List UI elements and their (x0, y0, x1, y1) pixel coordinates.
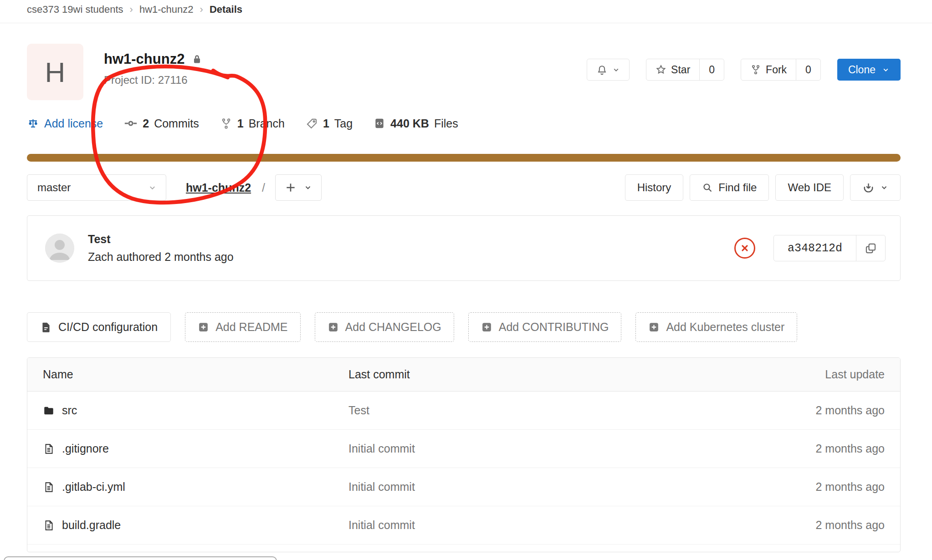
file-icon (43, 519, 55, 531)
cicd-file-icon (40, 321, 52, 333)
commit-sha: a348212d (774, 235, 856, 261)
file-name-link[interactable]: build.gradle (27, 519, 348, 532)
commits-label: Commits (154, 117, 199, 130)
gitlab-project-page: cse373 19wi students › hw1-chunz2 › Deta… (0, 0, 932, 560)
branch-icon (220, 117, 232, 130)
branch-selector[interactable]: master (27, 174, 166, 201)
download-source-dropdown[interactable] (850, 174, 901, 201)
last-commit-card: Test Zach authored 2 months ago a348212d (27, 215, 901, 281)
web-ide-label: Web IDE (788, 181, 831, 194)
folder-icon (43, 405, 55, 417)
plus-icon (285, 182, 297, 193)
star-button-group: Star 0 (646, 59, 724, 81)
tag-icon (306, 117, 318, 130)
project-id: Project ID: 27116 (104, 74, 203, 87)
last-commit-link[interactable]: Initial commit (348, 480, 763, 494)
add-kubernetes-cluster-button[interactable]: Add Kubernetes cluster (635, 312, 797, 342)
add-readme-button[interactable]: Add README (185, 312, 300, 342)
commit-author-avatar (45, 234, 74, 263)
breadcrumb: cse373 19wi students › hw1-chunz2 › Deta… (0, 0, 932, 23)
files-size-icon (374, 117, 385, 129)
project-header: H hw1-chunz2 Project ID: 27116 (27, 44, 901, 100)
clone-label: Clone (848, 64, 876, 76)
table-row[interactable]: .gitlab-ci.yml Initial commit 2 months a… (27, 468, 900, 506)
chevron-down-icon (882, 66, 890, 74)
commits-count: 2 (143, 117, 149, 130)
branches-label: Branch (249, 117, 285, 130)
notifications-button[interactable] (587, 59, 630, 81)
file-name-link[interactable]: src (27, 404, 348, 417)
last-update-time: 2 months ago (763, 480, 900, 494)
project-actions: Star 0 Fork 0 Clone (587, 59, 901, 100)
file-name-link[interactable]: .gitignore (27, 442, 348, 455)
plus-square-icon (648, 321, 660, 333)
fork-button[interactable]: Fork (741, 59, 796, 80)
fork-label: Fork (766, 64, 787, 76)
star-icon (655, 64, 666, 75)
cicd-configuration-label: CI/CD configuration (58, 321, 158, 334)
cicd-configuration-button[interactable]: CI/CD configuration (27, 312, 171, 342)
license-scale-icon (27, 117, 39, 130)
fork-count[interactable]: 0 (796, 59, 820, 80)
breadcrumb-group[interactable]: cse373 19wi students (27, 4, 123, 15)
chevron-down-icon (304, 183, 312, 192)
last-commit-link[interactable]: Test (348, 404, 763, 417)
commit-sha-group: a348212d (773, 235, 886, 261)
find-file-label: Find file (718, 181, 757, 194)
star-button[interactable]: Star (646, 59, 699, 80)
fork-icon (750, 64, 761, 75)
clone-button[interactable]: Clone (837, 59, 901, 81)
add-file-dropdown[interactable] (275, 174, 322, 201)
table-row[interactable]: build.gradle Initial commit 2 months ago (27, 506, 900, 545)
language-bar[interactable] (27, 154, 901, 162)
commit-message-link[interactable]: Test (88, 233, 234, 246)
files-stat[interactable]: 440 KB Files (374, 117, 458, 130)
project-avatar: H (27, 44, 83, 100)
add-contributing-label: Add CONTRIBUTING (499, 321, 609, 334)
commits-stat[interactable]: 2 Commits (124, 117, 199, 130)
last-update-time: 2 months ago (763, 404, 900, 417)
branch-name: master (37, 181, 71, 194)
tags-stat[interactable]: 1 Tag (306, 117, 353, 130)
breadcrumb-separator: › (200, 4, 203, 15)
file-name-link[interactable]: .gitlab-ci.yml (27, 480, 348, 494)
last-update-time: 2 months ago (763, 442, 900, 455)
add-contributing-button[interactable]: Add CONTRIBUTING (468, 312, 622, 342)
find-file-button[interactable]: Find file (690, 174, 769, 201)
last-commit-link[interactable]: Initial commit (348, 519, 763, 532)
breadcrumb-details: Details (210, 4, 242, 15)
pipeline-failed-icon[interactable] (734, 238, 755, 259)
add-license-link[interactable]: Add license (27, 117, 103, 130)
star-count[interactable]: 0 (699, 59, 724, 80)
quick-actions: CI/CD configuration Add README Add CHANG… (27, 312, 932, 342)
chevron-down-icon (880, 183, 888, 192)
table-row[interactable]: .gitignore Initial commit 2 months ago (27, 430, 900, 468)
files-count: 440 KB (390, 117, 429, 130)
last-commit-link[interactable]: Initial commit (348, 442, 763, 455)
breadcrumb-project[interactable]: hw1-chunz2 (139, 4, 194, 15)
breadcrumb-separator: › (130, 4, 133, 15)
project-title-block: hw1-chunz2 Project ID: 27116 (104, 44, 203, 100)
commit-icon (124, 117, 138, 130)
table-row[interactable]: src Test 2 months ago (27, 392, 900, 430)
copy-sha-button[interactable] (856, 235, 885, 261)
repo-path-link[interactable]: hw1-chunz2 (186, 181, 251, 194)
bottom-partial-popup (4, 556, 277, 560)
file-icon (43, 443, 55, 455)
project-identity: H hw1-chunz2 Project ID: 27116 (27, 44, 203, 100)
bell-icon (596, 64, 608, 76)
plus-square-icon (328, 321, 339, 333)
page-title: hw1-chunz2 (104, 51, 184, 67)
tags-label: Tag (334, 117, 353, 130)
history-label: History (637, 181, 671, 194)
branches-count: 1 (237, 117, 244, 130)
web-ide-button[interactable]: Web IDE (775, 174, 844, 201)
project-stats: Add license 2 Commits 1 Branch (27, 117, 932, 130)
history-button[interactable]: History (625, 174, 684, 201)
column-header-name: Name (27, 368, 348, 381)
download-icon (862, 182, 875, 194)
last-update-time: 2 months ago (763, 519, 900, 532)
branches-stat[interactable]: 1 Branch (220, 117, 285, 130)
add-changelog-button[interactable]: Add CHANGELOG (315, 312, 454, 342)
star-label: Star (671, 64, 690, 76)
